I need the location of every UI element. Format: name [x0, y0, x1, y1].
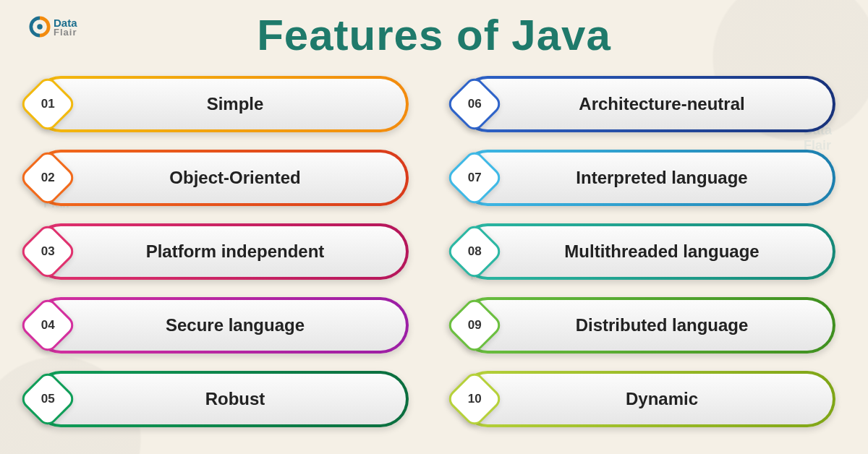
- feature-pill-inner: Architecture-neutral: [462, 79, 833, 129]
- feature-label: Platform independent: [117, 241, 325, 262]
- features-grid: Simple01Object-Oriented02Platform indepe…: [0, 76, 868, 427]
- feature-number: 07: [468, 171, 482, 185]
- page-title: Features of Java: [0, 0, 868, 60]
- feature-number: 09: [468, 318, 482, 333]
- feature-pill-inner: Object-Oriented: [35, 153, 406, 203]
- feature-number: 03: [41, 244, 55, 259]
- feature-pill: Object-Oriented02: [33, 150, 409, 206]
- feature-pill: Dynamic10: [459, 371, 835, 427]
- feature-number: 02: [41, 171, 55, 185]
- feature-pill: Secure language04: [33, 297, 409, 354]
- feature-label: Secure language: [137, 315, 305, 335]
- feature-pill-inner: Simple: [35, 79, 406, 129]
- feature-number: 10: [468, 392, 482, 406]
- feature-pill-inner: Robust: [35, 374, 406, 424]
- feature-label: Dynamic: [597, 389, 698, 409]
- feature-label: Architecture-neutral: [550, 94, 744, 114]
- feature-label: Object-Oriented: [140, 168, 300, 188]
- feature-label: Distributed language: [547, 315, 749, 335]
- feature-number: 05: [41, 392, 55, 406]
- feature-label: Multithreaded language: [535, 241, 759, 262]
- feature-pill-inner: Dynamic: [462, 374, 833, 424]
- feature-pill-inner: Distributed language: [462, 300, 833, 351]
- feature-pill-inner: Multithreaded language: [462, 226, 833, 277]
- feature-number: 04: [41, 318, 55, 333]
- feature-number: 06: [468, 97, 482, 111]
- features-column-right: Architecture-neutral06Interpreted langua…: [459, 76, 835, 427]
- feature-pill: Multithreaded language08: [459, 223, 835, 280]
- features-column-left: Simple01Object-Oriented02Platform indepe…: [33, 76, 409, 427]
- feature-number: 01: [41, 97, 55, 111]
- feature-pill: Robust05: [33, 371, 409, 427]
- feature-label: Interpreted language: [547, 168, 747, 188]
- feature-pill-inner: Interpreted language: [462, 153, 833, 203]
- feature-number: 08: [468, 244, 482, 259]
- feature-pill: Platform independent03: [33, 223, 409, 280]
- feature-pill: Simple01: [33, 76, 409, 132]
- feature-label: Robust: [176, 389, 265, 409]
- feature-pill: Distributed language09: [459, 297, 835, 354]
- feature-pill-inner: Platform independent: [35, 226, 406, 277]
- feature-label: Simple: [178, 94, 264, 114]
- feature-pill: Architecture-neutral06: [459, 76, 835, 132]
- feature-pill-inner: Secure language: [35, 300, 406, 351]
- feature-pill: Interpreted language07: [459, 150, 835, 206]
